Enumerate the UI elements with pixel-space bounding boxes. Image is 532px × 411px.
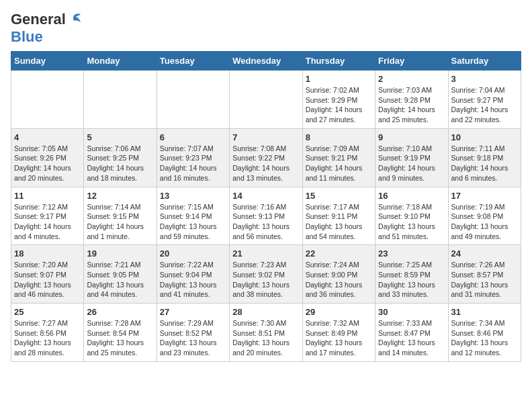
day-info: Sunrise: 7:23 AM Sunset: 9:02 PM Dayligh… [232,260,299,300]
day-number: 8 [306,132,372,142]
calendar-day-cell: 21Sunrise: 7:23 AM Sunset: 9:02 PM Dayli… [230,245,302,304]
calendar-day-cell: 11Sunrise: 7:12 AM Sunset: 9:17 PM Dayli… [11,187,84,245]
day-info: Sunrise: 7:10 AM Sunset: 9:19 PM Dayligh… [378,144,445,183]
calendar-day-cell: 13Sunrise: 7:15 AM Sunset: 9:14 PM Dayli… [157,187,229,245]
day-info: Sunrise: 7:28 AM Sunset: 8:54 PM Dayligh… [87,318,153,358]
day-info: Sunrise: 7:22 AM Sunset: 9:04 PM Dayligh… [160,260,226,300]
calendar-day-cell: 17Sunrise: 7:19 AM Sunset: 9:08 PM Dayli… [448,187,521,245]
day-number: 31 [451,307,518,317]
day-number: 22 [306,248,372,259]
day-number: 14 [232,191,299,201]
logo-bird-icon [67,13,82,25]
day-number: 24 [451,248,518,259]
day-number: 19 [87,248,153,259]
day-number: 20 [160,248,226,259]
day-info: Sunrise: 7:20 AM Sunset: 9:07 PM Dayligh… [14,260,81,300]
calendar-week-row: 18Sunrise: 7:20 AM Sunset: 9:07 PM Dayli… [11,245,521,304]
calendar-day-cell: 31Sunrise: 7:34 AM Sunset: 8:46 PM Dayli… [448,304,521,362]
day-info: Sunrise: 7:08 AM Sunset: 9:22 PM Dayligh… [232,144,299,183]
day-number: 12 [87,191,153,201]
day-info: Sunrise: 7:29 AM Sunset: 8:52 PM Dayligh… [160,318,226,358]
calendar-day-cell: 3Sunrise: 7:04 AM Sunset: 9:27 PM Daylig… [448,71,521,129]
calendar-header-row: SundayMondayTuesdayWednesdayThursdayFrid… [11,52,521,71]
calendar-week-row: 11Sunrise: 7:12 AM Sunset: 9:17 PM Dayli… [11,187,521,245]
day-info: Sunrise: 7:06 AM Sunset: 9:25 PM Dayligh… [87,144,153,183]
calendar-day-cell: 28Sunrise: 7:30 AM Sunset: 8:51 PM Dayli… [230,304,302,362]
day-number: 5 [87,132,153,142]
calendar-table: SundayMondayTuesdayWednesdayThursdayFrid… [11,51,521,362]
day-info: Sunrise: 7:19 AM Sunset: 9:08 PM Dayligh… [451,202,518,242]
day-number: 25 [14,307,81,317]
col-header-monday: Monday [84,52,157,71]
day-number: 17 [451,191,518,201]
day-info: Sunrise: 7:03 AM Sunset: 9:28 PM Dayligh… [378,85,445,125]
day-info: Sunrise: 7:11 AM Sunset: 9:18 PM Dayligh… [451,144,518,183]
day-info: Sunrise: 7:09 AM Sunset: 9:21 PM Dayligh… [306,144,372,183]
calendar-day-cell: 22Sunrise: 7:24 AM Sunset: 9:00 PM Dayli… [302,245,375,304]
calendar-day-cell: 23Sunrise: 7:25 AM Sunset: 8:59 PM Dayli… [375,245,448,304]
calendar-day-cell: 26Sunrise: 7:28 AM Sunset: 8:54 PM Dayli… [84,304,157,362]
calendar-day-cell: 20Sunrise: 7:22 AM Sunset: 9:04 PM Dayli… [157,245,229,304]
day-number: 1 [306,74,372,84]
col-header-tuesday: Tuesday [157,52,229,71]
day-info: Sunrise: 7:18 AM Sunset: 9:10 PM Dayligh… [378,202,445,242]
col-header-wednesday: Wednesday [230,52,302,71]
calendar-week-row: 4Sunrise: 7:05 AM Sunset: 9:26 PM Daylig… [11,128,521,187]
day-info: Sunrise: 7:25 AM Sunset: 8:59 PM Dayligh… [378,260,445,300]
col-header-sunday: Sunday [11,52,84,71]
day-info: Sunrise: 7:26 AM Sunset: 8:57 PM Dayligh… [451,260,518,300]
calendar-day-cell: 9Sunrise: 7:10 AM Sunset: 9:19 PM Daylig… [375,128,448,187]
calendar-day-cell: 19Sunrise: 7:21 AM Sunset: 9:05 PM Dayli… [84,245,157,304]
calendar-day-cell: 25Sunrise: 7:27 AM Sunset: 8:56 PM Dayli… [11,304,84,362]
day-number: 9 [378,132,445,142]
calendar-day-cell: 18Sunrise: 7:20 AM Sunset: 9:07 PM Dayli… [11,245,84,304]
day-info: Sunrise: 7:15 AM Sunset: 9:14 PM Dayligh… [160,202,226,242]
day-number: 7 [232,132,299,142]
day-number: 4 [14,132,81,142]
day-info: Sunrise: 7:04 AM Sunset: 9:27 PM Dayligh… [451,85,518,125]
day-number: 16 [378,191,445,201]
day-number: 2 [378,74,445,84]
day-number: 15 [306,191,372,201]
logo-blue-text: Blue [11,28,43,45]
day-number: 13 [160,191,226,201]
calendar-day-cell: 4Sunrise: 7:05 AM Sunset: 9:26 PM Daylig… [11,128,84,187]
day-number: 10 [451,132,518,142]
day-info: Sunrise: 7:07 AM Sunset: 9:23 PM Dayligh… [160,144,226,183]
day-info: Sunrise: 7:17 AM Sunset: 9:11 PM Dayligh… [306,202,372,242]
calendar-day-cell [11,71,84,129]
calendar-day-cell [157,71,229,129]
calendar-day-cell: 24Sunrise: 7:26 AM Sunset: 8:57 PM Dayli… [448,245,521,304]
day-info: Sunrise: 7:34 AM Sunset: 8:46 PM Dayligh… [451,318,518,358]
day-info: Sunrise: 7:27 AM Sunset: 8:56 PM Dayligh… [14,318,81,358]
day-number: 6 [160,132,226,142]
day-info: Sunrise: 7:30 AM Sunset: 8:51 PM Dayligh… [232,318,299,358]
calendar-day-cell: 30Sunrise: 7:33 AM Sunset: 8:47 PM Dayli… [375,304,448,362]
day-info: Sunrise: 7:21 AM Sunset: 9:05 PM Dayligh… [87,260,153,300]
page-header: General Blue [11,11,521,46]
day-info: Sunrise: 7:12 AM Sunset: 9:17 PM Dayligh… [14,202,81,242]
day-number: 21 [232,248,299,259]
day-number: 3 [451,74,518,84]
calendar-day-cell: 6Sunrise: 7:07 AM Sunset: 9:23 PM Daylig… [157,128,229,187]
col-header-thursday: Thursday [302,52,375,71]
day-number: 27 [160,307,226,317]
calendar-day-cell: 12Sunrise: 7:14 AM Sunset: 9:15 PM Dayli… [84,187,157,245]
day-info: Sunrise: 7:24 AM Sunset: 9:00 PM Dayligh… [306,260,372,300]
day-info: Sunrise: 7:02 AM Sunset: 9:29 PM Dayligh… [306,85,372,125]
day-info: Sunrise: 7:32 AM Sunset: 8:49 PM Dayligh… [306,318,372,358]
calendar-day-cell: 14Sunrise: 7:16 AM Sunset: 9:13 PM Dayli… [230,187,302,245]
day-number: 30 [378,307,445,317]
calendar-day-cell: 10Sunrise: 7:11 AM Sunset: 9:18 PM Dayli… [448,128,521,187]
calendar-day-cell: 7Sunrise: 7:08 AM Sunset: 9:22 PM Daylig… [230,128,302,187]
calendar-day-cell [230,71,302,129]
col-header-saturday: Saturday [448,52,521,71]
day-info: Sunrise: 7:16 AM Sunset: 9:13 PM Dayligh… [232,202,299,242]
calendar-week-row: 1Sunrise: 7:02 AM Sunset: 9:29 PM Daylig… [11,71,521,129]
calendar-day-cell: 15Sunrise: 7:17 AM Sunset: 9:11 PM Dayli… [302,187,375,245]
day-number: 18 [14,248,81,259]
calendar-day-cell: 2Sunrise: 7:03 AM Sunset: 9:28 PM Daylig… [375,71,448,129]
calendar-day-cell: 16Sunrise: 7:18 AM Sunset: 9:10 PM Dayli… [375,187,448,245]
day-info: Sunrise: 7:33 AM Sunset: 8:47 PM Dayligh… [378,318,445,358]
col-header-friday: Friday [375,52,448,71]
